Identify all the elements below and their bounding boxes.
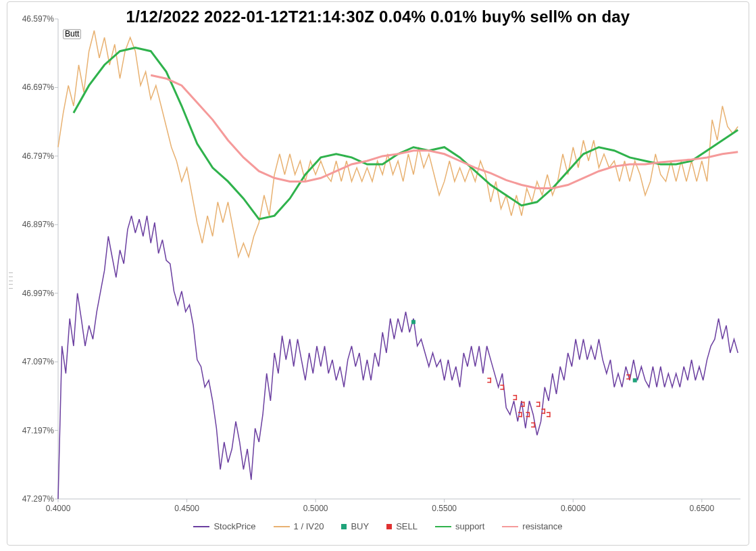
series-resistance bbox=[151, 75, 738, 188]
y-tick-label: 47.097% bbox=[22, 357, 54, 366]
sell-marker bbox=[626, 374, 630, 379]
legend: StockPrice 1 / IV20 BUY SELL support res… bbox=[7, 521, 749, 531]
y-tick-label: 46.697% bbox=[22, 82, 54, 92]
legend-item-iv20[interactable]: 1 / IV20 bbox=[274, 521, 324, 531]
sell-marker bbox=[500, 385, 503, 390]
y-tick-label: 46.897% bbox=[22, 220, 54, 229]
x-tick-label: 0.6000 bbox=[561, 504, 586, 513]
resize-grip-left[interactable] bbox=[9, 272, 13, 289]
x-tick-label: 0.5000 bbox=[303, 504, 328, 513]
line-swatch-icon bbox=[274, 526, 290, 527]
line-swatch-icon bbox=[193, 526, 209, 527]
legend-label: StockPrice bbox=[213, 521, 255, 531]
sell-marker bbox=[547, 412, 550, 417]
sell-marker bbox=[531, 422, 534, 427]
legend-item-support[interactable]: support bbox=[435, 521, 484, 531]
legend-label: support bbox=[455, 521, 484, 531]
line-swatch-icon bbox=[502, 526, 518, 527]
square-swatch-icon bbox=[341, 524, 347, 529]
y-tick-label: 46.997% bbox=[22, 289, 54, 298]
legend-item-resistance[interactable]: resistance bbox=[502, 521, 562, 531]
x-tick-label: 0.4500 bbox=[174, 504, 199, 513]
sell-marker bbox=[513, 395, 516, 400]
series-support bbox=[74, 48, 738, 220]
series-stockprice bbox=[58, 216, 738, 499]
y-tick-label: 47.197% bbox=[22, 426, 54, 435]
chart-frame: 1/12/2022 2022-01-12T21:14:30Z 0.04% 0.0… bbox=[7, 1, 749, 546]
sell-marker bbox=[536, 402, 540, 407]
line-swatch-icon bbox=[435, 526, 451, 527]
legend-item-sell[interactable]: SELL bbox=[386, 521, 418, 531]
x-tick-label: 0.5500 bbox=[432, 504, 457, 513]
y-tick-label: 46.597% bbox=[22, 14, 54, 24]
y-tick-label: 46.797% bbox=[22, 151, 54, 161]
legend-label: 1 / IV20 bbox=[294, 521, 324, 531]
plot-area[interactable] bbox=[58, 19, 740, 499]
legend-item-stockprice[interactable]: StockPrice bbox=[193, 521, 255, 531]
y-tick-label: 47.297% bbox=[22, 494, 54, 504]
square-swatch-icon bbox=[386, 524, 392, 529]
x-tick-label: 0.4000 bbox=[46, 504, 71, 513]
legend-item-buy[interactable]: BUY bbox=[341, 521, 369, 531]
buy-marker bbox=[633, 379, 637, 383]
sell-marker bbox=[487, 378, 490, 383]
legend-label: resistance bbox=[522, 521, 562, 531]
legend-label: BUY bbox=[351, 521, 369, 531]
legend-label: SELL bbox=[396, 521, 418, 531]
x-tick-label: 0.6500 bbox=[689, 504, 714, 513]
buy-marker bbox=[411, 320, 415, 324]
